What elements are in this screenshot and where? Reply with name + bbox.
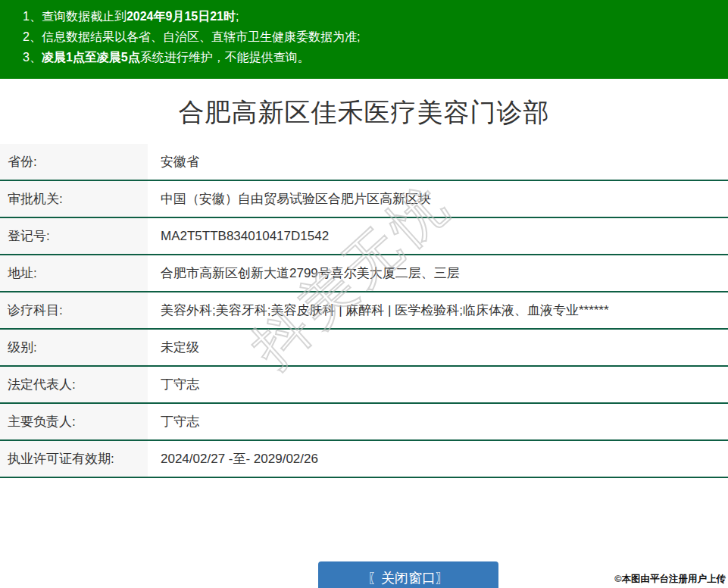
row-label: 登记号: <box>0 218 148 254</box>
page-title: 合肥高新区佳禾医疗美容门诊部 <box>0 95 728 129</box>
table-row-main-person-in-charge: 主要负责人: 丁守志 <box>0 404 728 441</box>
row-value: 安徽省 <box>148 144 199 180</box>
row-label: 主要负责人: <box>0 404 148 439</box>
row-label: 省份: <box>0 144 148 180</box>
notice-text: ; <box>236 10 239 23</box>
table-row-license-validity: 执业许可证有效期: 2024/02/27 -至- 2029/02/26 <box>0 441 728 478</box>
table-row-legal-representative: 法定代表人: 丁守志 <box>0 367 728 404</box>
notice-banner: 1、查询数据截止到2024年9月15日21时; 2、信息数据结果以各省、自治区、… <box>0 0 728 79</box>
notice-line-2: 2、信息数据结果以各省、自治区、直辖市卫生健康委数据为准; <box>23 27 728 47</box>
row-label: 级别: <box>0 330 148 365</box>
notice-text-bold: 凌晨1点至凌晨5点 <box>42 51 140 64</box>
notice-number: 2、 <box>23 30 42 43</box>
row-value: 丁守志 <box>148 367 199 402</box>
notice-text-bold: 2024年9月15日21时 <box>127 10 236 23</box>
row-value: 中国（安徽）自由贸易试验区合肥片区高新区块 <box>148 181 431 217</box>
row-value: 2024/02/27 -至- 2029/02/26 <box>148 441 318 477</box>
notice-text: 系统进行维护，不能提供查询。 <box>140 51 310 64</box>
table-row-province: 省份: 安徽省 <box>0 144 728 181</box>
close-window-button[interactable]: 〖关闭窗口〗 <box>318 561 498 588</box>
row-value: 丁守志 <box>148 404 199 439</box>
notice-text: 查询数据截止到 <box>42 10 127 23</box>
table-row-level: 级别: 未定级 <box>0 330 728 367</box>
notice-line-1: 1、查询数据截止到2024年9月15日21时; <box>23 6 728 27</box>
row-label: 诊疗科目: <box>0 292 148 328</box>
row-value: 未定级 <box>148 330 199 365</box>
credit-watermark: ©本图由平台注册用户上传 <box>614 573 726 586</box>
notice-line-3: 3、凌晨1点至凌晨5点系统进行维护，不能提供查询。 <box>23 47 728 67</box>
row-label: 法定代表人: <box>0 367 148 402</box>
notice-number: 1、 <box>23 10 42 23</box>
table-row-registration-number: 登记号: MA2T5TTB834010417D1542 <box>0 218 728 255</box>
table-row-approval-authority: 审批机关: 中国（安徽）自由贸易试验区合肥片区高新区块 <box>0 181 728 218</box>
row-value: 美容外科;美容牙科;美容皮肤科 | 麻醉科 | 医学检验科;临床体液、血液专业*… <box>148 292 609 328</box>
table-row-medical-subjects: 诊疗科目: 美容外科;美容牙科;美容皮肤科 | 麻醉科 | 医学检验科;临床体液… <box>0 292 728 330</box>
table-row-address: 地址: 合肥市高新区创新大道2799号喜尔美大厦二层、三层 <box>0 255 728 292</box>
row-value: MA2T5TTB834010417D1542 <box>148 218 329 254</box>
row-label: 审批机关: <box>0 181 148 217</box>
row-value: 合肥市高新区创新大道2799号喜尔美大厦二层、三层 <box>148 255 460 291</box>
notice-text: 信息数据结果以各省、自治区、直辖市卫生健康委数据为准; <box>42 30 360 43</box>
row-label: 执业许可证有效期: <box>0 441 148 477</box>
row-label: 地址: <box>0 255 148 291</box>
notice-number: 3、 <box>23 51 42 64</box>
institution-info-table: 省份: 安徽省 审批机关: 中国（安徽）自由贸易试验区合肥片区高新区块 登记号:… <box>0 144 728 478</box>
